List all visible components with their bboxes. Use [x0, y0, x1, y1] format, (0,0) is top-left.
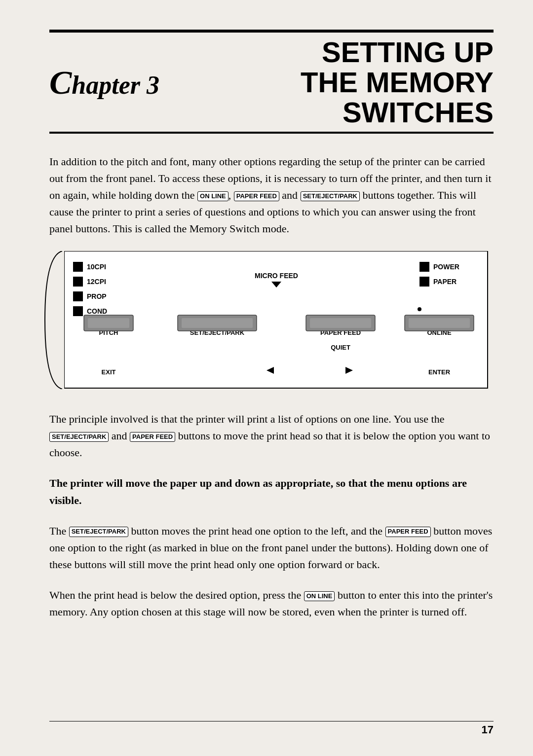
svg-text:10CPI: 10CPI — [87, 263, 106, 271]
bottom-rule — [49, 721, 494, 721]
para3: The SET/EJECT/PARK button moves the prin… — [49, 523, 494, 573]
svg-rect-4 — [73, 277, 83, 287]
para4-online-btn: ON LINE — [304, 591, 335, 601]
svg-rect-12 — [88, 318, 129, 328]
page-number: 17 — [482, 723, 494, 736]
para3-paperfeed-btn: PAPER FEED — [385, 527, 431, 537]
svg-text:QUIET: QUIET — [331, 344, 350, 351]
svg-rect-2 — [73, 262, 83, 272]
bracket-svg — [42, 251, 64, 389]
svg-text:POWER: POWER — [433, 263, 459, 271]
para2: The printer will move the paper up and d… — [49, 475, 494, 508]
para1-setejectpark-btn: SET/EJECT/PARK — [49, 432, 109, 442]
para1: The principle involved is that the print… — [49, 411, 494, 461]
paperfeed-btn-label: PAPER FEED — [234, 191, 279, 201]
svg-rect-6 — [73, 291, 83, 301]
para3-setejectpark-btn: SET/EJECT/PARK — [69, 527, 128, 537]
chapter-title: SETTING UP THE MEMORY SWITCHES — [179, 37, 494, 128]
chapter-header: Chapter 3 SETTING UP THE MEMORY SWITCHES — [49, 30, 494, 134]
chapter-title-line1: SETTING UP — [322, 36, 494, 68]
chapter-label: Chapter 3 — [49, 63, 159, 102]
svg-text:ENTER: ENTER — [428, 368, 451, 376]
para4: When the print head is below the desired… — [49, 587, 494, 620]
setejectpark-btn-label: SET/EJECT/PARK — [301, 191, 360, 201]
svg-rect-24 — [409, 318, 470, 328]
svg-text:EXIT: EXIT — [102, 368, 116, 376]
svg-text:PROP: PROP — [87, 292, 107, 300]
svg-rect-8 — [73, 306, 83, 316]
svg-point-25 — [418, 307, 421, 311]
svg-rect-17 — [182, 318, 253, 328]
printer-panel-diagram: 10CPI 12CPI PROP COND PITCH MICRO FEED S… — [64, 251, 494, 391]
svg-rect-28 — [419, 277, 429, 287]
svg-text:12CPI: 12CPI — [87, 278, 106, 286]
intro-paragraph: In addition to the pitch and font, many … — [49, 153, 494, 237]
svg-rect-26 — [419, 262, 429, 272]
svg-text:COND: COND — [87, 307, 107, 315]
online-btn-label: ON LINE — [197, 191, 228, 201]
para1-paperfeed-btn: PAPER FEED — [130, 432, 175, 442]
chapter-title-line2: THE MEMORY SWITCHES — [301, 66, 494, 128]
svg-text:PAPER: PAPER — [433, 278, 457, 286]
svg-text:MICRO FEED: MICRO FEED — [255, 272, 298, 280]
chapter-label-text: hapter 3 — [72, 71, 159, 99]
panel-svg: 10CPI 12CPI PROP COND PITCH MICRO FEED S… — [64, 251, 489, 389]
svg-rect-20 — [310, 318, 371, 328]
